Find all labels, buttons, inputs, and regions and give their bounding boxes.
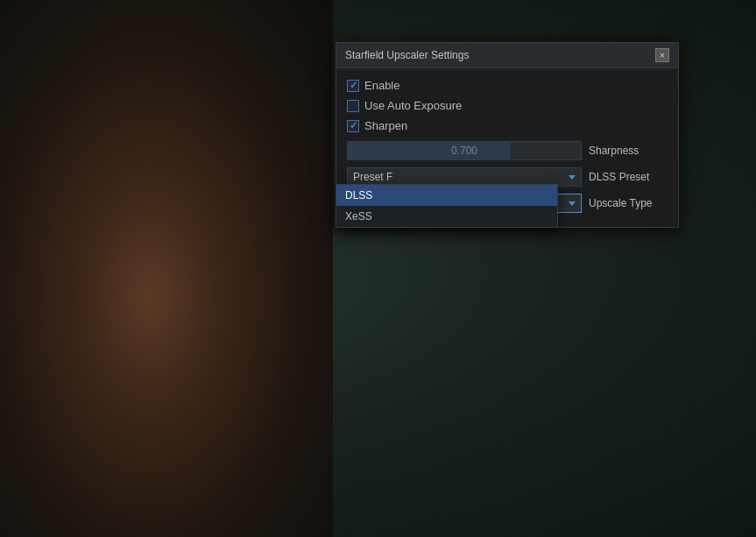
- dialog-title: Starfield Upscaler Settings: [345, 49, 469, 61]
- preset-value: Preset F: [353, 171, 392, 183]
- enable-label: Enable: [364, 79, 399, 92]
- preset-dropdown-arrow: [569, 175, 576, 180]
- auto-exposure-checkbox[interactable]: [347, 100, 359, 112]
- enable-checkbox[interactable]: [347, 80, 359, 92]
- auto-exposure-label: Use Auto Exposure: [364, 99, 462, 112]
- sharpness-label: Sharpness: [589, 145, 668, 157]
- preset-label: DLSS Preset: [589, 171, 668, 183]
- sharpness-row: 0.700 Sharpness: [347, 138, 668, 164]
- dialog-titlebar: Starfield Upscaler Settings ×: [336, 43, 678, 68]
- close-button[interactable]: ×: [655, 48, 669, 62]
- upscale-type-dropdown-arrow: [569, 201, 576, 206]
- sharpen-row: Sharpen: [347, 116, 668, 136]
- game-scene-background: [0, 0, 333, 537]
- option-xess[interactable]: XeSS: [336, 206, 557, 227]
- option-dlss[interactable]: DLSS: [336, 185, 557, 206]
- sharpness-slider[interactable]: 0.700: [347, 141, 582, 160]
- auto-exposure-row: Use Auto Exposure: [347, 95, 668, 116]
- slider-fill: [348, 142, 511, 159]
- sharpen-checkbox[interactable]: [347, 120, 359, 132]
- upscale-type-label: Upscale Type: [589, 197, 668, 209]
- upscale-type-popup: DLSS XeSS: [336, 184, 558, 228]
- enable-row: Enable: [347, 75, 668, 95]
- sharpen-label: Sharpen: [364, 119, 407, 132]
